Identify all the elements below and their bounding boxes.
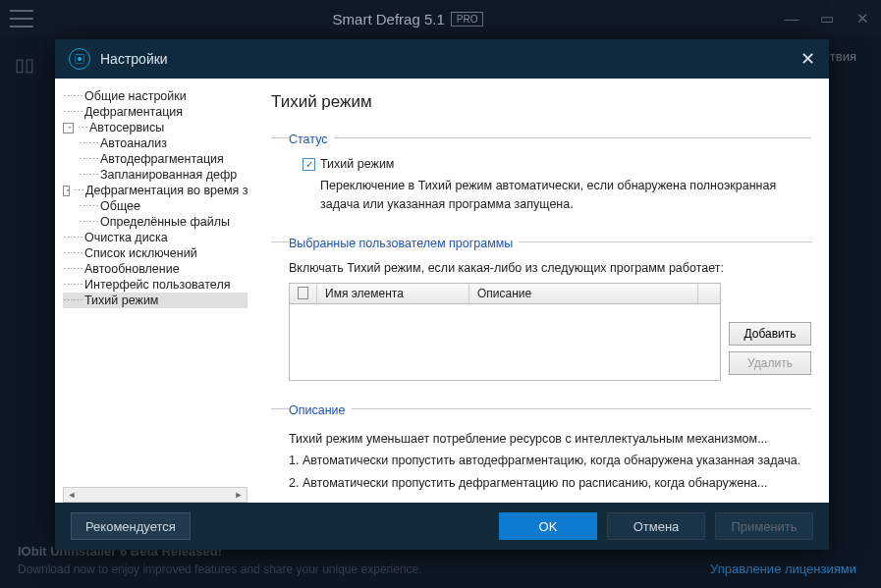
modal-header: Настройки ✕	[55, 39, 829, 79]
tree-item-silent[interactable]: ⋯⋯Тихий режим	[63, 293, 248, 308]
modal-footer: Рекомендуется OK Отмена Применить	[55, 503, 829, 550]
maximize-button[interactable]: ▭	[818, 10, 836, 27]
cancel-button[interactable]: Отмена	[607, 512, 705, 540]
silent-mode-checkbox[interactable]: ✓	[303, 158, 315, 171]
add-button[interactable]: Добавить	[729, 322, 811, 346]
pro-badge: PRO	[451, 12, 484, 27]
tree-item-boottime[interactable]: ╶⋯Дефрагментация во время з	[63, 183, 248, 198]
tree-item-autoanalyze[interactable]: ⋯⋯Автоанализ	[63, 135, 248, 151]
status-fieldset: Статус ✓ Тихий режим Переключение в Тихи…	[271, 130, 811, 220]
tree-item-defrag[interactable]: ⋯⋯Дефрагментация	[63, 104, 248, 120]
collapse-icon[interactable]: ╶	[63, 186, 70, 196]
desc-line-2: 1. Автоматически пропустить автодефрагме…	[289, 450, 811, 472]
tree-item-scheduled[interactable]: ⋯⋯Запланированная дефр	[63, 167, 248, 183]
tree-item-boot-files[interactable]: ⋯⋯Определённые файлы	[63, 214, 248, 230]
select-all-checkbox[interactable]	[298, 287, 308, 299]
programs-description: Включать Тихий режим, если какая-либо из…	[289, 261, 811, 275]
tree-item-ui[interactable]: ⋯⋯Интерфейс пользователя	[63, 277, 248, 293]
status-description: Переключение в Тихий режим автоматически…	[320, 177, 811, 214]
tree-item-autodefrag[interactable]: ⋯⋯Автодефрагментация	[63, 151, 248, 167]
programs-table[interactable]: Имя элемента Описание	[289, 283, 721, 381]
delete-button[interactable]: Удалить	[729, 351, 811, 375]
ok-button[interactable]: OK	[499, 512, 597, 540]
column-description[interactable]: Описание	[469, 284, 698, 303]
app-title: Smart Defrag 5.1 PRO	[33, 11, 783, 27]
tree-item-general[interactable]: ⋯⋯Общие настройки	[63, 88, 248, 104]
scroll-left-icon[interactable]: ◄	[64, 490, 80, 500]
settings-icon	[69, 48, 90, 70]
settings-tree: ⋯⋯Общие настройки ⋯⋯Дефрагментация ╶⋯Авт…	[55, 79, 253, 503]
tree-item-diskclean[interactable]: ⋯⋯Очистка диска	[63, 230, 248, 245]
license-link[interactable]: Управление лицензиями	[710, 561, 856, 576]
settings-content: Тихий режим Статус ✓ Тихий режим Переклю…	[253, 79, 829, 503]
app-titlebar: Smart Defrag 5.1 PRO — ▭ ✕	[0, 0, 881, 37]
app-title-text: Smart Defrag 5.1	[333, 11, 445, 27]
close-button[interactable]: ✕	[853, 10, 871, 27]
scroll-right-icon[interactable]: ►	[231, 490, 247, 500]
settings-modal: Настройки ✕ ⋯⋯Общие настройки ⋯⋯Дефрагме…	[55, 39, 829, 550]
column-name[interactable]: Имя элемента	[317, 284, 469, 303]
apply-button[interactable]: Применить	[715, 512, 813, 540]
menu-icon[interactable]	[10, 10, 33, 27]
tree-item-autoupdate[interactable]: ⋯⋯Автообновление	[63, 261, 248, 277]
horizontal-scrollbar[interactable]: ◄ ►	[63, 487, 248, 503]
tree-item-boot-general[interactable]: ⋯⋯Общее	[63, 198, 248, 214]
sidebar-icon: ▯▯	[15, 54, 34, 76]
description-fieldset: Описание Тихий режим уменьшает потреблен…	[271, 401, 811, 501]
promo-subtitle: Download now to enjoy improved features …	[18, 562, 422, 576]
desc-line-1: Тихий режим уменьшает потребление ресурс…	[289, 428, 811, 451]
silent-mode-label: Тихий режим	[320, 157, 394, 171]
recommend-button[interactable]: Рекомендуется	[71, 512, 191, 540]
tree-item-autoservice[interactable]: ╶⋯Автосервисы	[63, 120, 248, 135]
status-legend: Статус	[289, 133, 334, 146]
description-legend: Описание	[289, 403, 352, 417]
modal-title: Настройки	[100, 51, 800, 67]
page-title: Тихий режим	[271, 92, 811, 112]
tree-item-exclusions[interactable]: ⋯⋯Список исключений	[63, 245, 248, 261]
programs-legend: Выбранные пользователем программы	[289, 237, 519, 250]
modal-close-button[interactable]: ✕	[800, 48, 815, 70]
programs-fieldset: Выбранные пользователем программы Включа…	[271, 234, 811, 387]
desc-line-3: 2. Автоматически пропустить дефрагментац…	[289, 472, 811, 495]
collapse-icon[interactable]: ╶	[63, 123, 74, 134]
minimize-button[interactable]: —	[783, 10, 800, 27]
